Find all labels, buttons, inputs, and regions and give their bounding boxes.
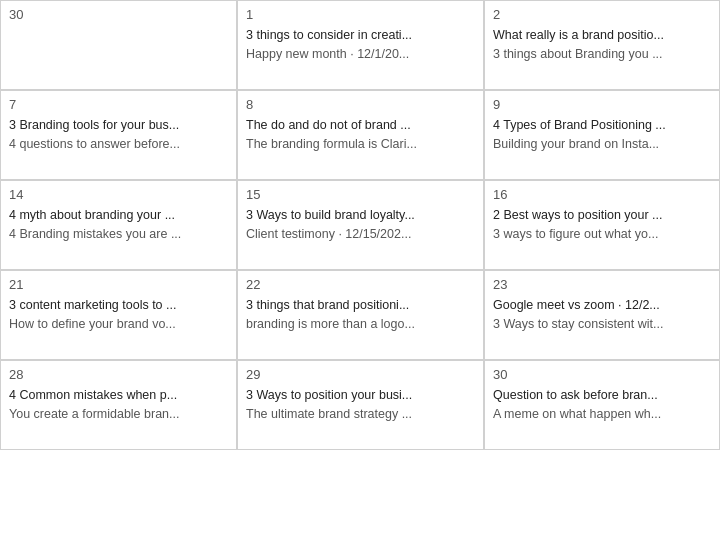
- calendar-cell[interactable]: 144 myth about branding your ...4 Brandi…: [0, 180, 237, 270]
- calendar-cell[interactable]: 213 content marketing tools to ...How to…: [0, 270, 237, 360]
- cell-primary-line: Question to ask before bran...: [493, 386, 711, 405]
- calendar-cell[interactable]: 30Question to ask before bran...A meme o…: [484, 360, 720, 450]
- cell-secondary-line: branding is more than a logo...: [246, 315, 475, 334]
- cell-secondary-line: 4 questions to answer before...: [9, 135, 228, 154]
- cell-number: 29: [246, 367, 475, 382]
- cell-number: 21: [9, 277, 228, 292]
- cell-secondary-line: 3 things about Branding you ...: [493, 45, 711, 64]
- cell-primary-line: Google meet vs zoom · 12/2...: [493, 296, 711, 315]
- cell-number: 9: [493, 97, 711, 112]
- cell-secondary-line: The ultimate brand strategy ...: [246, 405, 475, 424]
- cell-number: 30: [493, 367, 711, 382]
- calendar-cell[interactable]: 153 Ways to build brand loyalty...Client…: [237, 180, 484, 270]
- cell-primary-line: 4 myth about branding your ...: [9, 206, 228, 225]
- cell-primary-line: The do and do not of brand ...: [246, 116, 475, 135]
- cell-number: 7: [9, 97, 228, 112]
- cell-number: 14: [9, 187, 228, 202]
- cell-number: 1: [246, 7, 475, 22]
- cell-number: 23: [493, 277, 711, 292]
- cell-primary-line: 3 Ways to build brand loyalty...: [246, 206, 475, 225]
- cell-secondary-line: You create a formidable bran...: [9, 405, 228, 424]
- calendar-grid: 3013 things to consider in creati...Happ…: [0, 0, 720, 450]
- calendar-cell[interactable]: 293 Ways to position your busi...The ult…: [237, 360, 484, 450]
- cell-secondary-line: The branding formula is Clari...: [246, 135, 475, 154]
- cell-secondary-line: How to define your brand vo...: [9, 315, 228, 334]
- cell-secondary-line: 4 Branding mistakes you are ...: [9, 225, 228, 244]
- cell-number: 22: [246, 277, 475, 292]
- calendar-cell[interactable]: 162 Best ways to position your ...3 ways…: [484, 180, 720, 270]
- cell-primary-line: 3 Ways to position your busi...: [246, 386, 475, 405]
- cell-primary-line: 3 content marketing tools to ...: [9, 296, 228, 315]
- calendar-cell[interactable]: 284 Common mistakes when p...You create …: [0, 360, 237, 450]
- cell-number: 15: [246, 187, 475, 202]
- calendar-cell[interactable]: 23Google meet vs zoom · 12/2...3 Ways to…: [484, 270, 720, 360]
- calendar-cell[interactable]: 223 things that brand positioni...brandi…: [237, 270, 484, 360]
- cell-number: 8: [246, 97, 475, 112]
- cell-number: 30: [9, 7, 228, 22]
- cell-primary-line: 4 Common mistakes when p...: [9, 386, 228, 405]
- cell-primary-line: 3 Branding tools for your bus...: [9, 116, 228, 135]
- cell-primary-line: 3 things to consider in creati...: [246, 26, 475, 45]
- calendar-cell[interactable]: 2What really is a brand positio...3 thin…: [484, 0, 720, 90]
- cell-secondary-line: 3 Ways to stay consistent wit...: [493, 315, 711, 334]
- calendar-cell[interactable]: 30: [0, 0, 237, 90]
- cell-primary-line: 4 Types of Brand Positioning ...: [493, 116, 711, 135]
- calendar-cell[interactable]: 8The do and do not of brand ...The brand…: [237, 90, 484, 180]
- calendar-cell[interactable]: 94 Types of Brand Positioning ...Buildin…: [484, 90, 720, 180]
- cell-secondary-line: Happy new month · 12/1/20...: [246, 45, 475, 64]
- cell-number: 2: [493, 7, 711, 22]
- calendar-cell[interactable]: 13 things to consider in creati...Happy …: [237, 0, 484, 90]
- calendar-cell[interactable]: 73 Branding tools for your bus...4 quest…: [0, 90, 237, 180]
- cell-number: 16: [493, 187, 711, 202]
- cell-primary-line: 3 things that brand positioni...: [246, 296, 475, 315]
- cell-primary-line: 2 Best ways to position your ...: [493, 206, 711, 225]
- cell-secondary-line: 3 ways to figure out what yo...: [493, 225, 711, 244]
- cell-secondary-line: A meme on what happen wh...: [493, 405, 711, 424]
- cell-number: 28: [9, 367, 228, 382]
- cell-primary-line: What really is a brand positio...: [493, 26, 711, 45]
- cell-secondary-line: Client testimony · 12/15/202...: [246, 225, 475, 244]
- cell-secondary-line: Building your brand on Insta...: [493, 135, 711, 154]
